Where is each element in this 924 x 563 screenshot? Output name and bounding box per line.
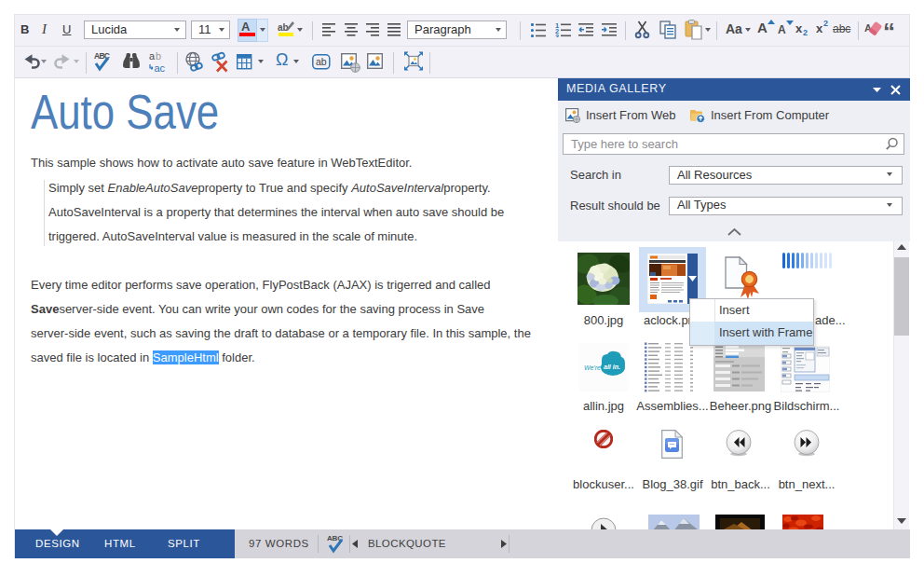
svg-text:b: b xyxy=(156,51,161,62)
svg-text:ab: ab xyxy=(278,22,289,33)
svg-text:all in.: all in. xyxy=(604,364,620,370)
svg-text:ac: ac xyxy=(155,62,166,74)
svg-text:3: 3 xyxy=(555,33,559,37)
svg-text:ab: ab xyxy=(316,56,327,67)
svg-text:We're: We're xyxy=(584,364,601,371)
svg-text:a: a xyxy=(149,51,156,62)
